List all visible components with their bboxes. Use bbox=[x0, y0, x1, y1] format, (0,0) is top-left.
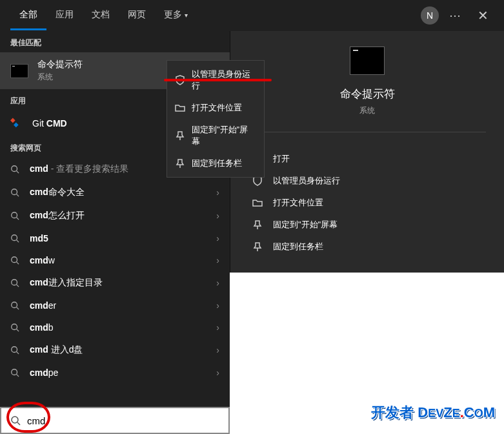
best-match-subtitle: 系统 bbox=[37, 72, 83, 83]
web-result-item[interactable]: cmdb › bbox=[0, 316, 230, 338]
more-options-icon[interactable]: ⋯ bbox=[449, 8, 462, 23]
search-icon bbox=[10, 211, 19, 220]
chevron-right-icon: › bbox=[216, 367, 219, 378]
web-result-item[interactable]: cmd怎么打开 › bbox=[0, 204, 230, 227]
search-tabs: 全部 应用 文档 网页 更多 ▾ N ⋯ ✕ bbox=[0, 0, 504, 31]
cm-open-location[interactable]: 打开文件位置 bbox=[167, 97, 264, 119]
web-result-item[interactable]: cmd 进入d盘 › bbox=[0, 338, 230, 362]
tab-apps[interactable]: 应用 bbox=[46, 1, 83, 30]
search-icon bbox=[10, 301, 19, 310]
svg-point-10 bbox=[12, 280, 17, 285]
web-result-item[interactable]: cmd命令大全 › bbox=[0, 181, 230, 204]
search-bar[interactable] bbox=[0, 407, 230, 434]
best-match-title: 命令提示符 bbox=[37, 59, 83, 70]
section-best-match: 最佳匹配 bbox=[0, 31, 230, 52]
svg-line-5 bbox=[17, 218, 19, 220]
chevron-right-icon: › bbox=[216, 233, 219, 243]
search-icon bbox=[10, 278, 19, 287]
svg-point-12 bbox=[12, 302, 17, 308]
cm-pin-start[interactable]: 固定到"开始"屏幕 bbox=[167, 119, 264, 152]
folder-icon bbox=[252, 198, 263, 208]
svg-point-0 bbox=[12, 166, 17, 172]
search-icon bbox=[10, 234, 19, 243]
search-icon bbox=[10, 323, 19, 332]
svg-line-19 bbox=[17, 375, 19, 377]
gitcmd-icon bbox=[10, 117, 23, 130]
pin-taskbar-icon bbox=[252, 242, 263, 252]
search-icon bbox=[10, 415, 21, 426]
svg-line-3 bbox=[17, 194, 19, 197]
tab-all[interactable]: 全部 bbox=[10, 1, 46, 30]
pin-start-icon bbox=[252, 220, 263, 230]
svg-line-7 bbox=[17, 240, 19, 243]
chevron-right-icon: › bbox=[216, 345, 219, 355]
web-result-item[interactable]: md5 › bbox=[0, 227, 230, 249]
svg-point-6 bbox=[12, 235, 17, 241]
svg-point-2 bbox=[12, 189, 17, 195]
pa-run-as-admin[interactable]: 以管理员身份运行 bbox=[248, 170, 486, 192]
web-result-item[interactable]: cmd进入指定目录 › bbox=[0, 271, 230, 294]
svg-line-1 bbox=[17, 171, 19, 174]
pin-start-icon bbox=[175, 130, 185, 141]
svg-line-15 bbox=[17, 329, 19, 332]
web-result-item[interactable]: cmdw › bbox=[0, 249, 230, 271]
svg-point-16 bbox=[12, 347, 17, 353]
chevron-right-icon: › bbox=[216, 322, 219, 333]
svg-line-11 bbox=[17, 285, 19, 287]
pa-open[interactable]: 打开 bbox=[248, 148, 486, 170]
preview-panel: 命令提示符 系统 打开 以管理员身份运行 打开文件位置 固定到"开始"屏幕 bbox=[230, 31, 504, 273]
chevron-right-icon: › bbox=[216, 187, 219, 198]
cm-pin-taskbar[interactable]: 固定到任务栏 bbox=[167, 152, 264, 174]
annotation-red-underline bbox=[164, 79, 272, 81]
tab-docs[interactable]: 文档 bbox=[83, 1, 119, 30]
cmd-app-icon bbox=[10, 64, 28, 78]
web-result-item[interactable]: cmder › bbox=[0, 294, 230, 316]
tab-web[interactable]: 网页 bbox=[119, 1, 155, 30]
search-icon bbox=[10, 188, 19, 197]
pa-pin-taskbar[interactable]: 固定到任务栏 bbox=[248, 236, 486, 258]
search-icon bbox=[10, 368, 19, 377]
user-avatar[interactable]: N bbox=[421, 6, 439, 25]
svg-point-14 bbox=[12, 324, 17, 330]
svg-point-18 bbox=[12, 369, 17, 375]
pa-pin-start[interactable]: 固定到"开始"屏幕 bbox=[248, 214, 486, 236]
folder-icon bbox=[175, 103, 185, 113]
chevron-right-icon: › bbox=[216, 300, 219, 311]
web-result-item[interactable]: cmdpe › bbox=[0, 362, 230, 384]
preview-subtitle: 系统 bbox=[230, 105, 504, 116]
svg-point-4 bbox=[12, 212, 17, 218]
svg-line-13 bbox=[17, 307, 19, 310]
windows-search-panel: 全部 应用 文档 网页 更多 ▾ N ⋯ ✕ 最佳匹配 命令提示符 系统 应用 … bbox=[0, 0, 504, 434]
preview-app-icon bbox=[350, 46, 385, 75]
search-icon bbox=[10, 256, 19, 265]
watermark: 开发者 DEVZE.COM bbox=[371, 403, 495, 422]
search-input[interactable] bbox=[27, 415, 219, 426]
search-icon bbox=[10, 165, 19, 174]
chevron-right-icon: › bbox=[216, 278, 219, 288]
chevron-right-icon: › bbox=[216, 211, 219, 221]
context-menu: 以管理员身份运行 打开文件位置 固定到"开始"屏幕 固定到任务栏 bbox=[166, 60, 265, 178]
svg-line-17 bbox=[17, 352, 19, 355]
close-button[interactable]: ✕ bbox=[472, 5, 494, 26]
chevron-right-icon: › bbox=[216, 255, 219, 265]
svg-line-9 bbox=[17, 262, 19, 265]
tab-more[interactable]: 更多 ▾ bbox=[155, 1, 197, 30]
svg-line-21 bbox=[17, 422, 20, 425]
search-icon bbox=[10, 346, 19, 355]
pin-taskbar-icon bbox=[175, 158, 185, 169]
svg-point-20 bbox=[12, 417, 18, 423]
svg-point-8 bbox=[12, 257, 17, 263]
preview-title: 命令提示符 bbox=[230, 87, 504, 101]
pa-open-location[interactable]: 打开文件位置 bbox=[248, 192, 486, 214]
